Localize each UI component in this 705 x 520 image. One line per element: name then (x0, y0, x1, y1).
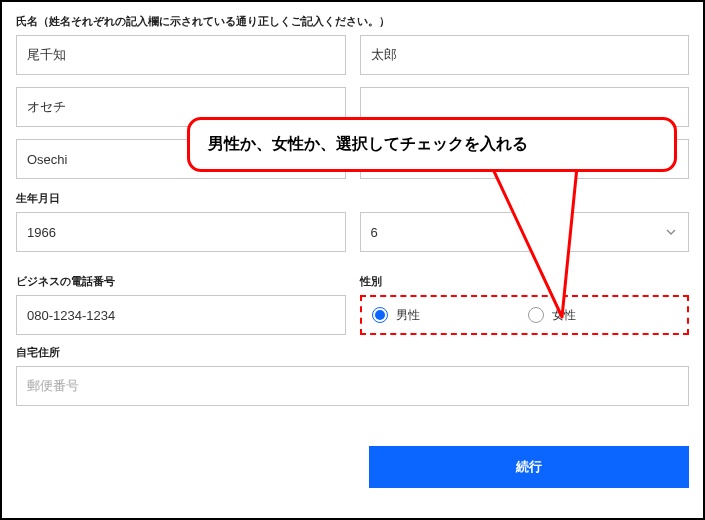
dob-year-input[interactable]: 1966 (16, 212, 346, 252)
annotation-callout: 男性か、女性か、選択してチェックを入れる (187, 117, 677, 172)
radio-selected-icon (372, 307, 388, 323)
dob-label: 生年月日 (16, 191, 689, 206)
gender-female-radio[interactable]: 女性 (528, 307, 677, 324)
dob-month-select[interactable]: 6 (360, 212, 690, 252)
given-kanji-input[interactable]: 太郎 (360, 35, 690, 75)
radio-unselected-icon (528, 307, 544, 323)
continue-button[interactable]: 続行 (369, 446, 689, 488)
phone-label: ビジネスの電話番号 (16, 274, 346, 289)
phone-input[interactable]: 080-1234-1234 (16, 295, 346, 335)
gender-label: 性別 (360, 274, 690, 289)
address-label: 自宅住所 (16, 345, 689, 360)
dob-month-value: 6 (371, 225, 378, 240)
surname-kanji-input[interactable]: 尾千知 (16, 35, 346, 75)
chevron-down-icon (666, 227, 676, 237)
gender-male-radio[interactable]: 男性 (372, 307, 521, 324)
gender-group: 男性 女性 (360, 295, 690, 335)
postal-code-input[interactable]: 郵便番号 (16, 366, 689, 406)
name-section-label: 氏名（姓名それぞれの記入欄に示されている通り正しくご記入ください。） (16, 14, 689, 29)
gender-male-label: 男性 (396, 307, 420, 324)
gender-female-label: 女性 (552, 307, 576, 324)
